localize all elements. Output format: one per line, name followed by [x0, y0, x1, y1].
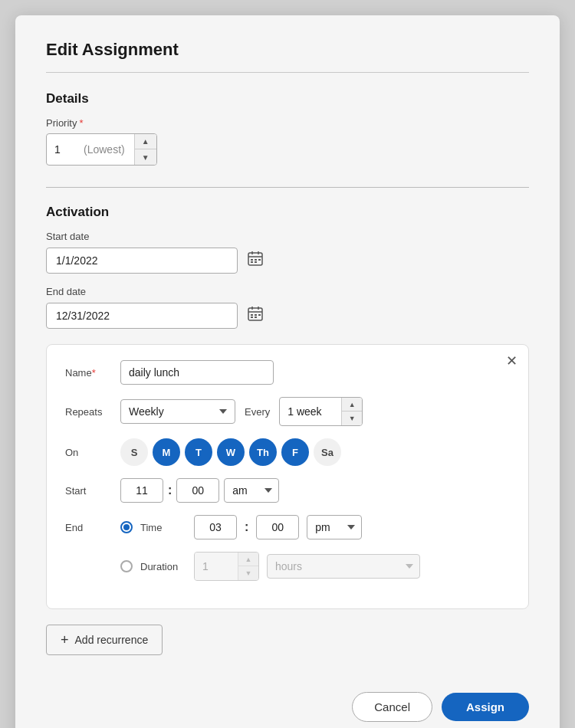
modal-footer: Cancel Assign — [46, 692, 529, 722]
title-divider — [46, 72, 529, 73]
modal-title: Edit Assignment — [46, 40, 529, 60]
add-recurrence-label: Add recurrence — [75, 634, 149, 646]
start-hour-input[interactable] — [120, 478, 163, 503]
end-options-row: Time : am pm — [120, 515, 362, 539]
add-recurrence-button[interactable]: + Add recurrence — [46, 625, 163, 655]
activation-section: Start date — [46, 231, 529, 329]
start-date-input[interactable] — [46, 248, 238, 274]
duration-radio[interactable] — [120, 560, 133, 572]
recurrence-name-input[interactable] — [120, 360, 274, 385]
priority-value: 1 — [47, 134, 74, 165]
edit-assignment-modal: Edit Assignment Details Priority* 1 (Low… — [15, 15, 560, 728]
priority-spinner: ▲ ▼ — [134, 134, 156, 165]
svg-rect-14 — [255, 314, 257, 316]
svg-rect-6 — [251, 261, 253, 263]
day-button-s[interactable]: S — [120, 438, 148, 466]
priority-input-group: 1 (Lowest) ▲ ▼ — [46, 133, 157, 166]
priority-up-button[interactable]: ▲ — [135, 134, 156, 149]
repeats-row: Repeats Weekly Daily Monthly Every 1 wee… — [65, 397, 510, 426]
start-ampm-select[interactable]: am pm — [224, 478, 279, 503]
priority-down-button[interactable]: ▼ — [135, 149, 156, 165]
recurrence-card: ✕ Name* Repeats Weekly Daily Monthly Eve… — [46, 344, 529, 609]
duration-spinner: ▲ ▼ — [238, 553, 258, 580]
start-date-calendar-button[interactable] — [244, 247, 267, 274]
duration-down-button: ▼ — [238, 566, 258, 580]
activation-section-title: Activation — [46, 205, 529, 220]
svg-rect-15 — [251, 316, 253, 318]
duration-label: Duration — [140, 561, 186, 572]
start-colon: : — [168, 484, 172, 497]
duration-input-group: 1 ▲ ▼ — [194, 552, 259, 581]
day-button-th[interactable]: Th — [249, 438, 277, 466]
end-hour-input[interactable] — [194, 515, 237, 539]
duration-options-row: Duration 1 ▲ ▼ hours — [120, 552, 420, 581]
svg-rect-16 — [255, 316, 257, 318]
every-input-group: 1 week ▲ ▼ — [279, 397, 363, 426]
start-minute-input[interactable] — [176, 478, 219, 503]
end-date-calendar-button[interactable] — [244, 302, 267, 329]
on-label: On — [65, 447, 111, 458]
day-button-w[interactable]: W — [217, 438, 245, 466]
assign-button[interactable]: Assign — [442, 693, 529, 721]
calendar-icon — [247, 250, 264, 267]
name-row: Name* — [65, 360, 510, 385]
every-value: 1 week — [280, 398, 341, 425]
end-date-input[interactable] — [46, 303, 238, 329]
day-button-m[interactable]: M — [153, 438, 180, 466]
section-divider — [46, 187, 529, 188]
end-minute-input[interactable] — [256, 515, 299, 539]
end-ampm-select[interactable]: am pm — [307, 515, 362, 539]
name-label: Name* — [65, 367, 111, 379]
every-up-button[interactable]: ▲ — [342, 398, 362, 412]
end-date-label: End date — [46, 286, 529, 297]
start-date-field: Start date — [46, 231, 529, 274]
svg-rect-7 — [255, 261, 257, 263]
repeats-select[interactable]: Weekly Daily Monthly — [120, 399, 235, 424]
calendar-icon — [247, 305, 264, 322]
svg-rect-4 — [251, 259, 253, 261]
every-label: Every — [245, 406, 270, 418]
every-down-button[interactable]: ▼ — [342, 412, 362, 425]
end-date-field: End date — [46, 286, 529, 329]
end-colon: : — [245, 520, 248, 534]
plus-icon: + — [61, 633, 69, 647]
day-button-f[interactable]: F — [281, 438, 309, 466]
end-date-row — [46, 302, 529, 329]
recurrence-close-button[interactable]: ✕ — [506, 354, 518, 368]
priority-placeholder: (Lowest) — [74, 134, 134, 165]
days-row: SMTWThFSa — [120, 438, 341, 466]
end-label: End — [65, 522, 111, 533]
end-time-radio[interactable] — [120, 521, 133, 533]
svg-rect-5 — [255, 259, 257, 261]
day-button-t[interactable]: T — [185, 438, 212, 466]
duration-up-button: ▲ — [238, 553, 258, 566]
svg-rect-17 — [258, 314, 261, 316]
details-section-title: Details — [46, 91, 529, 107]
start-row: Start : am pm — [65, 478, 510, 503]
repeats-label: Repeats — [65, 406, 111, 418]
start-time-row: : am pm — [120, 478, 279, 503]
svg-rect-8 — [258, 259, 261, 261]
priority-row: 1 (Lowest) ▲ ▼ — [46, 133, 529, 166]
duration-value: 1 — [195, 553, 238, 580]
start-date-label: Start date — [46, 231, 529, 242]
on-row: On SMTWThFSa — [65, 438, 510, 466]
duration-row: Duration 1 ▲ ▼ hours — [65, 552, 510, 581]
hours-select: hours — [267, 554, 420, 579]
start-label: Start — [65, 485, 111, 497]
cancel-button[interactable]: Cancel — [352, 692, 432, 722]
start-date-row — [46, 247, 529, 274]
end-time-label: Time — [140, 522, 186, 533]
day-button-sa[interactable]: Sa — [314, 438, 341, 466]
svg-rect-13 — [251, 314, 253, 316]
priority-label: Priority* — [46, 117, 529, 129]
end-row: End Time : am pm — [65, 515, 510, 539]
every-spinner: ▲ ▼ — [341, 398, 362, 425]
